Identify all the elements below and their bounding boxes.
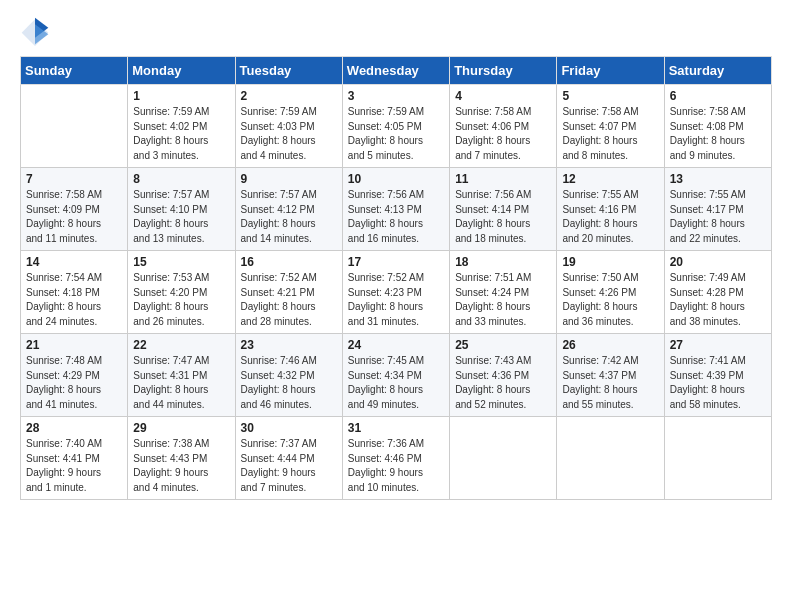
calendar-cell: 23Sunrise: 7:46 AMSunset: 4:32 PMDayligh… — [235, 334, 342, 417]
calendar-cell — [450, 417, 557, 500]
calendar-cell: 26Sunrise: 7:42 AMSunset: 4:37 PMDayligh… — [557, 334, 664, 417]
calendar-cell — [21, 85, 128, 168]
week-row-3: 14Sunrise: 7:54 AMSunset: 4:18 PMDayligh… — [21, 251, 772, 334]
calendar-cell: 29Sunrise: 7:38 AMSunset: 4:43 PMDayligh… — [128, 417, 235, 500]
day-detail: Sunrise: 7:58 AMSunset: 4:09 PMDaylight:… — [26, 188, 122, 246]
calendar-cell: 19Sunrise: 7:50 AMSunset: 4:26 PMDayligh… — [557, 251, 664, 334]
day-detail: Sunrise: 7:58 AMSunset: 4:06 PMDaylight:… — [455, 105, 551, 163]
day-detail: Sunrise: 7:57 AMSunset: 4:10 PMDaylight:… — [133, 188, 229, 246]
day-detail: Sunrise: 7:53 AMSunset: 4:20 PMDaylight:… — [133, 271, 229, 329]
day-detail: Sunrise: 7:56 AMSunset: 4:13 PMDaylight:… — [348, 188, 444, 246]
day-detail: Sunrise: 7:38 AMSunset: 4:43 PMDaylight:… — [133, 437, 229, 495]
day-number: 20 — [670, 255, 766, 269]
weekday-friday: Friday — [557, 57, 664, 85]
calendar-cell: 30Sunrise: 7:37 AMSunset: 4:44 PMDayligh… — [235, 417, 342, 500]
page: SundayMondayTuesdayWednesdayThursdayFrid… — [0, 0, 792, 612]
day-number: 8 — [133, 172, 229, 186]
day-number: 12 — [562, 172, 658, 186]
day-detail: Sunrise: 7:52 AMSunset: 4:23 PMDaylight:… — [348, 271, 444, 329]
day-number: 9 — [241, 172, 337, 186]
calendar-cell — [557, 417, 664, 500]
day-number: 18 — [455, 255, 551, 269]
calendar-cell: 6Sunrise: 7:58 AMSunset: 4:08 PMDaylight… — [664, 85, 771, 168]
day-number: 16 — [241, 255, 337, 269]
day-number: 26 — [562, 338, 658, 352]
day-detail: Sunrise: 7:56 AMSunset: 4:14 PMDaylight:… — [455, 188, 551, 246]
day-detail: Sunrise: 7:59 AMSunset: 4:05 PMDaylight:… — [348, 105, 444, 163]
day-number: 15 — [133, 255, 229, 269]
calendar-cell: 25Sunrise: 7:43 AMSunset: 4:36 PMDayligh… — [450, 334, 557, 417]
logo-icon — [20, 16, 50, 46]
day-number: 27 — [670, 338, 766, 352]
calendar-cell: 9Sunrise: 7:57 AMSunset: 4:12 PMDaylight… — [235, 168, 342, 251]
weekday-monday: Monday — [128, 57, 235, 85]
day-detail: Sunrise: 7:36 AMSunset: 4:46 PMDaylight:… — [348, 437, 444, 495]
day-number: 14 — [26, 255, 122, 269]
day-detail: Sunrise: 7:43 AMSunset: 4:36 PMDaylight:… — [455, 354, 551, 412]
day-detail: Sunrise: 7:58 AMSunset: 4:07 PMDaylight:… — [562, 105, 658, 163]
day-detail: Sunrise: 7:40 AMSunset: 4:41 PMDaylight:… — [26, 437, 122, 495]
calendar-cell: 14Sunrise: 7:54 AMSunset: 4:18 PMDayligh… — [21, 251, 128, 334]
weekday-tuesday: Tuesday — [235, 57, 342, 85]
day-number: 29 — [133, 421, 229, 435]
day-number: 23 — [241, 338, 337, 352]
calendar-cell: 28Sunrise: 7:40 AMSunset: 4:41 PMDayligh… — [21, 417, 128, 500]
header — [20, 16, 772, 46]
day-detail: Sunrise: 7:46 AMSunset: 4:32 PMDaylight:… — [241, 354, 337, 412]
day-detail: Sunrise: 7:42 AMSunset: 4:37 PMDaylight:… — [562, 354, 658, 412]
day-number: 13 — [670, 172, 766, 186]
day-number: 7 — [26, 172, 122, 186]
calendar-table: SundayMondayTuesdayWednesdayThursdayFrid… — [20, 56, 772, 500]
weekday-thursday: Thursday — [450, 57, 557, 85]
day-number: 1 — [133, 89, 229, 103]
calendar-cell: 21Sunrise: 7:48 AMSunset: 4:29 PMDayligh… — [21, 334, 128, 417]
calendar-cell: 4Sunrise: 7:58 AMSunset: 4:06 PMDaylight… — [450, 85, 557, 168]
calendar-cell: 18Sunrise: 7:51 AMSunset: 4:24 PMDayligh… — [450, 251, 557, 334]
weekday-sunday: Sunday — [21, 57, 128, 85]
day-number: 4 — [455, 89, 551, 103]
calendar-cell: 13Sunrise: 7:55 AMSunset: 4:17 PMDayligh… — [664, 168, 771, 251]
calendar-cell: 1Sunrise: 7:59 AMSunset: 4:02 PMDaylight… — [128, 85, 235, 168]
day-detail: Sunrise: 7:59 AMSunset: 4:02 PMDaylight:… — [133, 105, 229, 163]
calendar-cell: 16Sunrise: 7:52 AMSunset: 4:21 PMDayligh… — [235, 251, 342, 334]
day-number: 17 — [348, 255, 444, 269]
day-detail: Sunrise: 7:57 AMSunset: 4:12 PMDaylight:… — [241, 188, 337, 246]
calendar-cell: 3Sunrise: 7:59 AMSunset: 4:05 PMDaylight… — [342, 85, 449, 168]
day-detail: Sunrise: 7:54 AMSunset: 4:18 PMDaylight:… — [26, 271, 122, 329]
calendar-cell: 27Sunrise: 7:41 AMSunset: 4:39 PMDayligh… — [664, 334, 771, 417]
day-number: 19 — [562, 255, 658, 269]
calendar-cell: 5Sunrise: 7:58 AMSunset: 4:07 PMDaylight… — [557, 85, 664, 168]
calendar-cell: 8Sunrise: 7:57 AMSunset: 4:10 PMDaylight… — [128, 168, 235, 251]
day-number: 31 — [348, 421, 444, 435]
day-number: 10 — [348, 172, 444, 186]
day-number: 30 — [241, 421, 337, 435]
day-detail: Sunrise: 7:50 AMSunset: 4:26 PMDaylight:… — [562, 271, 658, 329]
calendar-cell: 2Sunrise: 7:59 AMSunset: 4:03 PMDaylight… — [235, 85, 342, 168]
week-row-2: 7Sunrise: 7:58 AMSunset: 4:09 PMDaylight… — [21, 168, 772, 251]
day-number: 2 — [241, 89, 337, 103]
calendar-cell — [664, 417, 771, 500]
day-number: 3 — [348, 89, 444, 103]
calendar-cell: 17Sunrise: 7:52 AMSunset: 4:23 PMDayligh… — [342, 251, 449, 334]
calendar-cell: 20Sunrise: 7:49 AMSunset: 4:28 PMDayligh… — [664, 251, 771, 334]
week-row-1: 1Sunrise: 7:59 AMSunset: 4:02 PMDaylight… — [21, 85, 772, 168]
day-number: 6 — [670, 89, 766, 103]
calendar-cell: 22Sunrise: 7:47 AMSunset: 4:31 PMDayligh… — [128, 334, 235, 417]
day-number: 5 — [562, 89, 658, 103]
day-detail: Sunrise: 7:59 AMSunset: 4:03 PMDaylight:… — [241, 105, 337, 163]
day-detail: Sunrise: 7:55 AMSunset: 4:16 PMDaylight:… — [562, 188, 658, 246]
day-detail: Sunrise: 7:58 AMSunset: 4:08 PMDaylight:… — [670, 105, 766, 163]
calendar-cell: 10Sunrise: 7:56 AMSunset: 4:13 PMDayligh… — [342, 168, 449, 251]
day-number: 22 — [133, 338, 229, 352]
weekday-wednesday: Wednesday — [342, 57, 449, 85]
day-number: 25 — [455, 338, 551, 352]
day-detail: Sunrise: 7:51 AMSunset: 4:24 PMDaylight:… — [455, 271, 551, 329]
weekday-header-row: SundayMondayTuesdayWednesdayThursdayFrid… — [21, 57, 772, 85]
day-number: 11 — [455, 172, 551, 186]
week-row-5: 28Sunrise: 7:40 AMSunset: 4:41 PMDayligh… — [21, 417, 772, 500]
logo — [20, 16, 54, 46]
calendar-cell: 31Sunrise: 7:36 AMSunset: 4:46 PMDayligh… — [342, 417, 449, 500]
day-detail: Sunrise: 7:37 AMSunset: 4:44 PMDaylight:… — [241, 437, 337, 495]
day-detail: Sunrise: 7:47 AMSunset: 4:31 PMDaylight:… — [133, 354, 229, 412]
day-detail: Sunrise: 7:52 AMSunset: 4:21 PMDaylight:… — [241, 271, 337, 329]
